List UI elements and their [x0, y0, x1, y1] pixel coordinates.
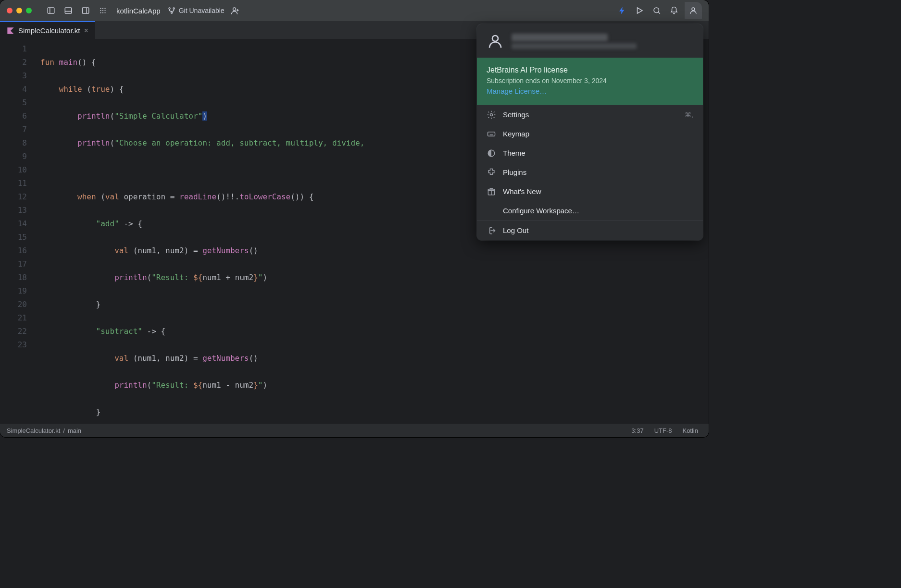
- svg-point-27: [492, 36, 498, 41]
- theme-icon: [487, 148, 496, 158]
- gear-icon: [487, 110, 496, 120]
- svg-point-16: [173, 8, 175, 9]
- menu-plugins-label: Plugins: [503, 168, 526, 176]
- tab-label: SimpleCalculator.kt: [18, 26, 80, 35]
- project-name[interactable]: kotlinCalcApp: [113, 7, 163, 15]
- title-bar: kotlinCalcApp Git Unavailable: [0, 0, 709, 21]
- svg-point-6: [100, 8, 101, 9]
- menu-whatsnew-label: What's New: [503, 187, 541, 196]
- svg-point-17: [171, 12, 172, 13]
- menu-theme[interactable]: Theme: [477, 144, 703, 163]
- file-encoding[interactable]: UTF-8: [651, 427, 676, 434]
- menu-configure-workspace[interactable]: Configure Workspace…: [477, 201, 703, 220]
- menu-keymap-label: Keymap: [503, 130, 529, 138]
- svg-point-7: [102, 8, 103, 9]
- menu-logout-label: Log Out: [503, 226, 528, 234]
- gift-icon: [487, 187, 496, 196]
- svg-point-14: [104, 12, 105, 13]
- maximize-window-button[interactable]: [26, 8, 32, 13]
- svg-point-12: [100, 12, 101, 13]
- file-language[interactable]: Kotlin: [678, 427, 702, 434]
- minimize-window-button[interactable]: [16, 8, 22, 13]
- svg-point-23: [654, 8, 659, 13]
- license-block: JetBrains AI Pro license Subscription en…: [477, 58, 703, 105]
- ai-bolt-icon[interactable]: [615, 4, 629, 17]
- notifications-icon[interactable]: [667, 4, 681, 17]
- kotlin-file-icon: [7, 27, 14, 35]
- svg-point-8: [104, 8, 105, 9]
- svg-rect-29: [488, 132, 495, 135]
- search-icon[interactable]: [650, 4, 663, 17]
- menu-settings[interactable]: Settings ⌘,: [477, 105, 703, 124]
- add-user-icon[interactable]: [228, 4, 242, 17]
- menu-whatsnew[interactable]: What's New: [477, 182, 703, 201]
- svg-point-13: [102, 12, 103, 13]
- sidebar-right-icon[interactable]: [79, 4, 92, 17]
- run-icon[interactable]: [633, 4, 646, 17]
- svg-line-24: [658, 12, 660, 13]
- logout-icon: [487, 226, 496, 235]
- svg-point-10: [102, 10, 103, 11]
- menu-keymap[interactable]: Keymap: [477, 124, 703, 144]
- manage-license-link[interactable]: Manage License…: [487, 86, 693, 97]
- git-status-text: Git Unavailable: [179, 7, 225, 14]
- account-popup: JetBrains AI Pro license Subscription en…: [477, 24, 703, 240]
- status-bar: SimpleCalculator.kt / main 3:37 UTF-8 Ko…: [0, 424, 709, 437]
- svg-rect-4: [82, 8, 89, 13]
- popup-header: [477, 24, 703, 58]
- cursor-position[interactable]: 3:37: [627, 427, 647, 434]
- breadcrumb-function[interactable]: main: [68, 427, 81, 434]
- blank-icon: [487, 206, 496, 216]
- license-title: JetBrains AI Pro license: [487, 64, 693, 76]
- svg-marker-26: [7, 27, 13, 34]
- menu-settings-label: Settings: [503, 110, 529, 119]
- close-tab-icon[interactable]: ×: [84, 26, 88, 35]
- menu-configure-label: Configure Workspace…: [503, 207, 579, 215]
- svg-point-28: [490, 113, 493, 116]
- svg-point-25: [692, 8, 695, 11]
- git-branch-icon[interactable]: Git Unavailable: [167, 4, 225, 17]
- license-subtitle: Subscription ends on November 3, 2024: [487, 76, 693, 86]
- close-window-button[interactable]: [7, 8, 13, 13]
- settings-shortcut: ⌘,: [685, 111, 693, 119]
- window-controls: [7, 8, 32, 13]
- svg-point-11: [104, 10, 105, 11]
- svg-point-15: [169, 8, 170, 9]
- ide-window: kotlinCalcApp Git Unavailable SimpleCa: [0, 0, 709, 437]
- menu-plugins[interactable]: Plugins: [477, 163, 703, 182]
- line-gutter: 1234567891011121314151617181920212223: [0, 39, 34, 424]
- plugin-icon: [487, 168, 496, 177]
- svg-point-19: [233, 8, 236, 11]
- avatar-icon: [487, 33, 504, 50]
- breadcrumb-file[interactable]: SimpleCalculator.kt: [7, 427, 60, 434]
- keyboard-icon: [487, 129, 496, 139]
- sidebar-left-icon[interactable]: [44, 4, 58, 17]
- svg-marker-22: [638, 8, 643, 13]
- svg-rect-2: [65, 8, 72, 13]
- sidebar-bottom-icon[interactable]: [62, 4, 75, 17]
- svg-rect-0: [48, 8, 54, 13]
- account-name-redacted: [512, 32, 693, 51]
- tab-simplecalculator[interactable]: SimpleCalculator.kt ×: [0, 21, 95, 39]
- breadcrumb-sep: /: [63, 427, 65, 434]
- account-button[interactable]: [685, 2, 702, 19]
- apps-grid-icon[interactable]: [96, 4, 110, 17]
- menu-logout[interactable]: Log Out: [477, 221, 703, 240]
- svg-point-9: [100, 10, 101, 11]
- menu-theme-label: Theme: [503, 149, 526, 157]
